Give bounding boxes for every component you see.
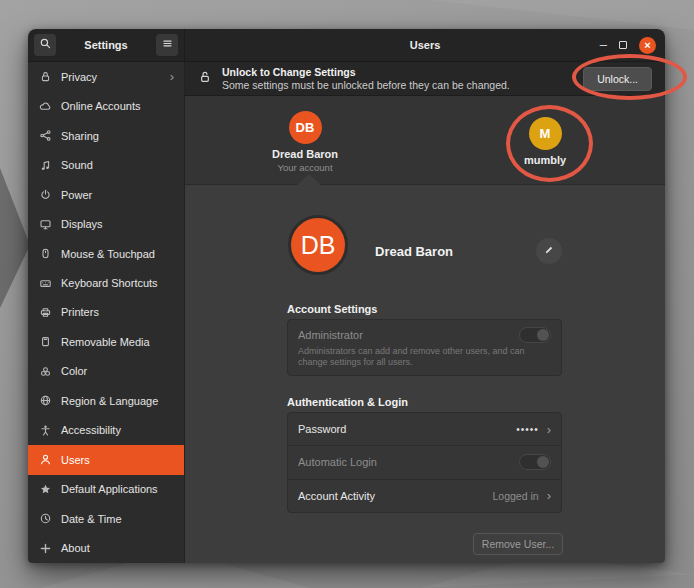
user-detail: DB Dread Baron Account Settings Administ… [185, 185, 665, 563]
sidebar-item-label: Color [61, 365, 87, 377]
sidebar-item-label: Mouse & Touchpad [61, 248, 155, 260]
keyboard-icon [39, 277, 52, 290]
sidebar-item-online-accounts[interactable]: Online Accounts [28, 91, 184, 120]
page-title: Users [185, 39, 665, 51]
media-icon [39, 335, 52, 348]
account-activity-row[interactable]: Account Activity Logged in › [288, 480, 561, 512]
menu-button[interactable] [156, 34, 178, 56]
password-label: Password [298, 423, 346, 435]
wallpaper-facet [430, 0, 694, 30]
unlock-icon [198, 70, 212, 88]
users-panel: Unlock to Change Settings Some settings … [185, 62, 665, 563]
password-value: ••••• [516, 424, 539, 435]
titlebar-main: Users – × [185, 29, 665, 61]
share-icon [39, 129, 52, 142]
maximize-button[interactable] [619, 41, 627, 49]
clock-icon [39, 512, 52, 525]
display-icon [39, 218, 52, 231]
carousel-user-name: Dread Baron [272, 148, 338, 160]
sidebar: Privacy › Online Accounts [28, 62, 185, 563]
sidebar-item-label: Sharing [61, 130, 99, 142]
sidebar-item-label: Privacy [61, 71, 97, 83]
speaker-icon [39, 159, 52, 172]
desktop: Settings Users – × [0, 0, 694, 588]
sidebar-item-keyboard-shortcuts[interactable]: Keyboard Shortcuts [28, 268, 184, 297]
carousel-user-dread-baron[interactable]: DB Dread Baron Your account [185, 96, 425, 184]
globe-icon [39, 394, 52, 407]
sidebar-item-users[interactable]: Users [28, 445, 184, 474]
chevron-right-icon: › [547, 488, 551, 503]
automatic-login-toggle[interactable] [519, 454, 551, 470]
account-activity-value: Logged in [493, 490, 539, 502]
wallpaper-facet [0, 168, 30, 308]
sidebar-item-label: Displays [61, 218, 103, 230]
sidebar-item-label: Keyboard Shortcuts [61, 277, 158, 289]
sidebar-item-color[interactable]: Color [28, 357, 184, 386]
sidebar-item-accessibility[interactable]: Accessibility [28, 416, 184, 445]
auth-login-card: Password ••••• › Automatic Login Account… [287, 412, 562, 513]
annotation-circle-mumbly [506, 105, 593, 182]
about-icon [39, 542, 52, 555]
search-button[interactable] [34, 34, 56, 56]
user-icon [39, 453, 52, 466]
administrator-description: Administrators can add and remove other … [288, 343, 561, 368]
sidebar-item-label: About [61, 542, 90, 554]
sidebar-item-mouse-touchpad[interactable]: Mouse & Touchpad [28, 239, 184, 268]
administrator-label: Administrator [298, 329, 363, 341]
app-title: Settings [84, 39, 127, 51]
account-settings-card: Administrator Administrators can add and… [287, 319, 562, 376]
profile-avatar[interactable]: DB [288, 215, 348, 275]
sidebar-item-label: Power [61, 189, 92, 201]
remove-user-button[interactable]: Remove User... [473, 533, 563, 555]
automatic-login-label: Automatic Login [298, 456, 377, 468]
titlebar[interactable]: Settings Users – × [28, 29, 665, 62]
administrator-toggle[interactable] [519, 327, 551, 343]
carousel-user-subtitle: Your account [277, 162, 332, 173]
color-icon [39, 365, 52, 378]
administrator-row: Administrator [288, 320, 561, 343]
sidebar-item-sharing[interactable]: Sharing [28, 121, 184, 150]
sidebar-item-power[interactable]: Power [28, 180, 184, 209]
chevron-right-icon: › [547, 422, 551, 437]
sidebar-header: Settings [28, 29, 185, 61]
printer-icon [39, 306, 52, 319]
annotation-circle-unlock [572, 54, 687, 100]
sidebar-item-privacy[interactable]: Privacy › [28, 62, 184, 91]
sidebar-item-date-time[interactable]: Date & Time [28, 504, 184, 533]
lock-icon [39, 70, 52, 83]
window-controls: – × [600, 37, 665, 54]
profile-name: Dread Baron [375, 244, 453, 259]
sidebar-item-region-language[interactable]: Region & Language [28, 386, 184, 415]
sidebar-item-removable-media[interactable]: Removable Media [28, 327, 184, 356]
user-carousel: DB Dread Baron Your account M mumbly [185, 96, 665, 185]
sidebar-item-printers[interactable]: Printers [28, 298, 184, 327]
unlock-banner-title: Unlock to Change Settings [222, 66, 510, 78]
search-icon [39, 36, 52, 54]
account-settings-heading: Account Settings [287, 303, 377, 315]
sidebar-item-label: Default Applications [61, 483, 158, 495]
sidebar-item-about[interactable]: About [28, 534, 184, 563]
avatar: DB [289, 111, 322, 144]
sidebar-item-label: Removable Media [61, 336, 150, 348]
password-row[interactable]: Password ••••• › [288, 413, 561, 446]
sidebar-item-label: Date & Time [61, 513, 122, 525]
cloud-icon [39, 100, 52, 113]
minimize-button[interactable]: – [600, 40, 607, 50]
mouse-icon [39, 247, 52, 260]
auth-login-heading: Authentication & Login [287, 396, 408, 408]
sidebar-item-label: Online Accounts [61, 100, 141, 112]
sidebar-item-sound[interactable]: Sound [28, 150, 184, 179]
sidebar-item-displays[interactable]: Displays [28, 209, 184, 238]
unlock-banner-text: Unlock to Change Settings Some settings … [222, 66, 510, 91]
edit-name-button[interactable] [536, 238, 562, 264]
sidebar-item-label: Region & Language [61, 395, 158, 407]
sidebar-item-default-applications[interactable]: Default Applications [28, 475, 184, 504]
automatic-login-row: Automatic Login [288, 446, 561, 479]
power-icon [39, 188, 52, 201]
selected-user-pointer [297, 174, 321, 185]
star-icon [39, 483, 52, 496]
account-activity-label: Account Activity [298, 490, 375, 502]
close-button[interactable]: × [639, 37, 656, 54]
accessibility-icon [39, 424, 52, 437]
sidebar-item-label: Users [61, 454, 90, 466]
